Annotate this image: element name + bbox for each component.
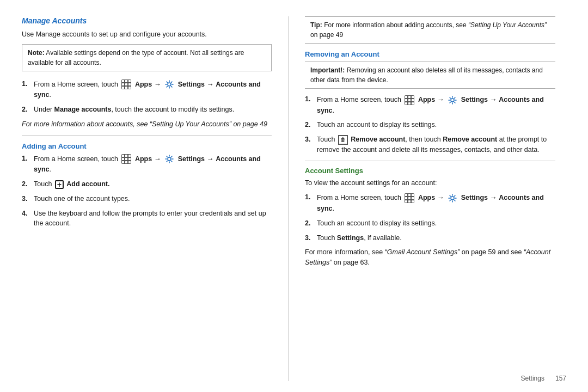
list-item: 2. Touch + Add account. <box>22 179 272 189</box>
settings-label: Settings <box>178 81 205 88</box>
step-number: 2. <box>305 218 315 229</box>
tip-label: Tip: <box>310 21 322 29</box>
arrow: → <box>437 95 446 103</box>
important-text: Removing an account also deletes all of … <box>310 66 543 84</box>
arrow: → <box>437 193 446 201</box>
right-column: Tip: For more information about adding a… <box>289 16 555 381</box>
footer-page-number: 157 <box>555 375 566 382</box>
step-number: 3. <box>305 134 315 145</box>
apps-icon <box>121 154 132 164</box>
footer-spacer <box>546 375 553 382</box>
step-content: From a Home screen, touch Apps → <box>317 192 555 213</box>
apps-label: Apps <box>135 155 152 163</box>
settings-icon <box>164 154 175 164</box>
more-info: For more information about accounts, see… <box>22 119 272 130</box>
settings-label: Settings <box>461 194 488 201</box>
footer-label: Settings <box>521 375 544 382</box>
apps-icon <box>121 79 132 90</box>
page-footer: Settings 157 <box>521 375 566 382</box>
important-label: Important!: <box>310 66 345 74</box>
list-item: 2. Touch an account to display its setti… <box>305 120 555 130</box>
account-settings-steps: 1. From a Home screen, touch Apps <box>305 192 555 243</box>
arrow2: → <box>207 80 216 88</box>
left-column: Manage Accounts Use Manage accounts to s… <box>22 16 289 381</box>
divider <box>22 135 272 136</box>
settings-icon <box>164 79 175 90</box>
list-item: 1. From a Home screen, touch Apps <box>22 154 272 175</box>
step-content: From a Home screen, touch Apps → <box>34 79 272 100</box>
list-item: 2. Under Manage accounts, touch the acco… <box>22 105 272 115</box>
step-number: 1. <box>22 79 32 89</box>
step-number: 1. <box>305 192 315 203</box>
list-item: 2. Touch an account to display its setti… <box>305 218 555 229</box>
removing-account-title: Removing an Account <box>305 50 555 58</box>
note-box: Note: Available settings depend on the t… <box>22 44 272 71</box>
adding-account-title: Adding an Account <box>22 142 272 150</box>
settings-icon <box>447 95 458 106</box>
account-settings-intro: To view the account settings for an acco… <box>305 178 555 188</box>
arrow: → <box>154 155 163 163</box>
apps-label: Apps <box>418 96 435 103</box>
step-content: Touch one of the account types. <box>34 194 272 204</box>
step-number: 2. <box>305 120 315 130</box>
svg-point-3 <box>451 197 454 200</box>
list-item: 3. Touch one of the account types. <box>22 194 272 204</box>
step-content: From a Home screen, touch Apps → <box>34 154 272 175</box>
arrow2: → <box>207 155 216 163</box>
list-item: 4. Use the keyboard and follow the promp… <box>22 209 272 229</box>
tip-text: For more information about adding accoun… <box>310 21 547 39</box>
list-item: 1. From a Home screen, touch Apps <box>305 192 555 213</box>
step-content: Use the keyboard and follow the prompts … <box>34 209 272 229</box>
step-number: 1. <box>22 154 32 164</box>
step-content: From a Home screen, touch Apps → <box>317 94 555 115</box>
removing-account-steps: 1. From a Home screen, touch Apps <box>305 94 555 155</box>
add-icon: + <box>55 180 64 189</box>
settings-icon <box>447 193 458 204</box>
settings-label: Settings <box>178 155 205 163</box>
step-content: Touch Settings, if available. <box>317 233 555 243</box>
manage-accounts-intro: Use Manage accounts to set up and config… <box>22 29 272 40</box>
step-number: 4. <box>22 209 32 219</box>
step-number: 3. <box>22 194 32 204</box>
step-number: 3. <box>305 233 315 243</box>
apps-label: Apps <box>418 194 435 201</box>
step-number: 1. <box>305 94 315 105</box>
svg-point-0 <box>168 83 171 86</box>
apps-icon <box>404 193 415 204</box>
tip-box: Tip: For more information about adding a… <box>305 16 555 44</box>
apps-icon <box>404 95 415 106</box>
manage-accounts-steps: 1. From a Home screen, touch Apps <box>22 79 272 115</box>
note-text: Available settings depend on the type of… <box>28 49 244 66</box>
list-item: 1. From a Home screen, touch Apps <box>305 94 555 115</box>
apps-label: Apps <box>135 81 152 88</box>
svg-point-2 <box>451 99 454 102</box>
arrow2: → <box>490 95 499 103</box>
adding-account-steps: 1. From a Home screen, touch Apps <box>22 154 272 229</box>
step-content: Under Manage accounts, touch the account… <box>34 105 272 115</box>
divider <box>305 161 555 161</box>
step-number: 2. <box>22 105 32 115</box>
settings-label: Settings <box>461 96 488 103</box>
list-item: 1. From a Home screen, touch Apps <box>22 79 272 100</box>
step-content: Touch an account to display its settings… <box>317 218 555 229</box>
important-box: Important!: Removing an account also del… <box>305 62 555 89</box>
list-item: 3. Touch 🗑 Remove account, then touch Re… <box>305 134 555 155</box>
step-content: Touch + Add account. <box>34 179 272 189</box>
step-content: Touch an account to display its settings… <box>317 120 555 130</box>
manage-accounts-title: Manage Accounts <box>22 16 272 25</box>
note-label: Note: <box>28 49 45 57</box>
svg-point-1 <box>168 157 171 161</box>
step-number: 2. <box>22 179 32 189</box>
step-content: Touch 🗑 Remove account, then touch Remov… <box>317 134 555 155</box>
account-settings-footer: For more information, see “Gmail Account… <box>305 247 555 268</box>
account-settings-title: Account Settings <box>305 167 555 175</box>
list-item: 3. Touch Settings, if available. <box>305 233 555 243</box>
arrow2: → <box>490 193 499 201</box>
trash-icon: 🗑 <box>338 135 348 145</box>
arrow: → <box>154 80 163 88</box>
